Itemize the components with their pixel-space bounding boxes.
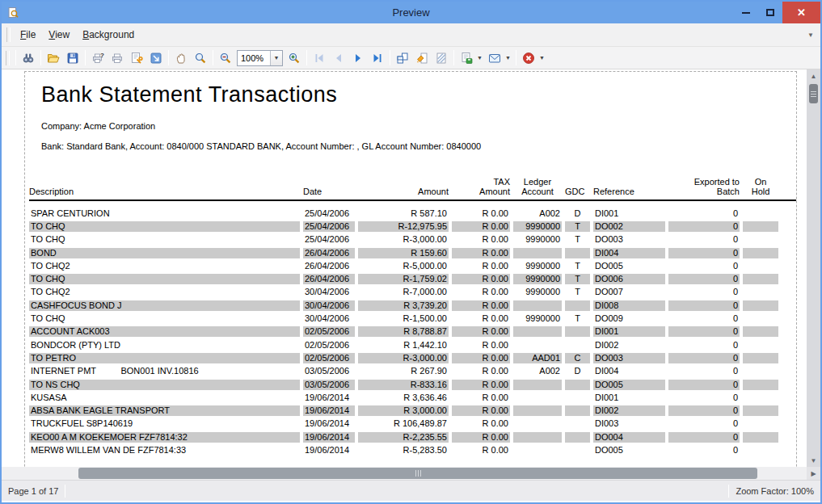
- zoom-in-icon: [288, 52, 301, 65]
- cell-gdc: T: [565, 287, 590, 297]
- find-button[interactable]: [19, 48, 38, 67]
- cell-batch: 0: [668, 248, 740, 258]
- cell-ledger: 9990000: [513, 274, 562, 284]
- titlebar[interactable]: Preview ✕: [2, 2, 820, 23]
- menu-grip[interactable]: [6, 27, 11, 42]
- cell-tax: R 0.00: [452, 274, 510, 284]
- zoom-in-button[interactable]: [285, 48, 304, 67]
- col-on-hold: OnHold: [743, 177, 778, 196]
- scroll-down-icon[interactable]: ▼: [807, 454, 820, 467]
- vertical-scroll-thumb[interactable]: [809, 84, 818, 103]
- multi-page-icon: [396, 52, 409, 65]
- export-icon: [460, 52, 473, 65]
- cell-tax: R 0.00: [452, 353, 510, 363]
- zoom-level-combo[interactable]: ▼: [237, 50, 283, 66]
- cell-amount: R-3,000.00: [358, 234, 449, 245]
- svg-text:?: ?: [100, 52, 104, 59]
- cell-ledger: A002: [513, 208, 562, 219]
- scale-button[interactable]: [146, 48, 166, 67]
- cell-amount: R 159.60: [358, 248, 449, 258]
- menu-view[interactable]: View: [42, 26, 76, 44]
- chevron-down-icon[interactable]: ▼: [477, 55, 483, 61]
- scroll-right-icon[interactable]: ▶: [807, 467, 820, 480]
- cell-ref: DO004: [593, 432, 665, 443]
- cell-desc: ACCOUNT ACK003: [29, 326, 300, 337]
- separator: [168, 50, 169, 65]
- menu-file[interactable]: File: [14, 26, 42, 44]
- hand-button[interactable]: [171, 48, 191, 67]
- cell-ref: DO005: [593, 380, 665, 390]
- horizontal-scroll-thumb[interactable]: [78, 468, 757, 479]
- cell-gdc: [565, 393, 590, 403]
- cell-amount: R 3,636.46: [358, 393, 449, 403]
- zoom-level-input[interactable]: [238, 51, 270, 65]
- cell-tax: R 0.00: [452, 261, 510, 271]
- next-page-icon: [352, 52, 365, 65]
- zoom-tool-button[interactable]: [191, 48, 210, 67]
- table-row: CASHFOCUS BOND J30/04/2006R 3,739.20R 0.…: [29, 299, 796, 312]
- cell-desc: BOND: [29, 248, 300, 258]
- cell-batch: 0: [668, 366, 740, 376]
- cell-amount: R-1,759.02: [358, 274, 449, 284]
- col-date: Date: [303, 187, 355, 196]
- cell-amount: R-7,000.00: [358, 287, 449, 297]
- cell-ledger: 9990000: [513, 287, 562, 297]
- cell-batch: 0: [668, 353, 740, 363]
- prev-page-button[interactable]: [329, 48, 348, 67]
- cell-ledger: AAD01: [513, 353, 562, 363]
- email-button[interactable]: [485, 48, 504, 67]
- cell-amount: R 106,489.87: [358, 418, 449, 429]
- vertical-scrollbar[interactable]: ▲ ▼: [807, 69, 820, 467]
- print-setup-icon: ?: [91, 52, 104, 65]
- chevron-down-icon[interactable]: ▼: [505, 55, 511, 61]
- cell-ledger: 9990000: [513, 221, 562, 232]
- col-ledger-account: LedgerAccount: [513, 177, 562, 196]
- export-button[interactable]: [457, 48, 476, 67]
- separator: [453, 50, 454, 65]
- cell-ref: DI002: [593, 340, 665, 351]
- watermark-icon: [435, 52, 448, 65]
- cell-desc: TO PETRO: [29, 353, 300, 363]
- cell-gdc: [565, 418, 590, 429]
- multi-page-button[interactable]: [393, 48, 412, 67]
- find-icon: [22, 52, 35, 65]
- table-row: TO PETRO02/05/2006R-3,000.00R 0.00AAD01C…: [29, 351, 796, 364]
- cell-hold: [743, 234, 778, 245]
- cell-tax: R 0.00: [452, 432, 510, 443]
- horizontal-scrollbar[interactable]: ▶: [2, 467, 820, 480]
- background-button[interactable]: [412, 48, 432, 67]
- chevron-down-icon[interactable]: ▼: [270, 51, 282, 65]
- scroll-up-icon[interactable]: ▲: [807, 69, 820, 82]
- cell-date: 19/06/2014: [303, 432, 355, 443]
- cell-ledger: 9990000: [513, 261, 562, 271]
- cell-batch: 0: [668, 380, 740, 390]
- chevron-down-icon[interactable]: ▼: [807, 32, 817, 39]
- close-preview-button[interactable]: [519, 48, 538, 67]
- email-icon: [488, 52, 501, 65]
- zoom-out-button[interactable]: [216, 48, 235, 67]
- cell-ledger: [513, 432, 562, 443]
- watermark-button[interactable]: [432, 48, 451, 67]
- col-gdc: GDC: [565, 187, 590, 196]
- last-page-button[interactable]: [368, 48, 387, 67]
- cell-ref: DO006: [593, 274, 665, 284]
- chevron-down-icon[interactable]: ▼: [539, 55, 545, 61]
- print-button[interactable]: [107, 48, 127, 67]
- col-tax-amount: TAXAmount: [452, 177, 510, 196]
- cell-hold: [743, 366, 778, 376]
- cell-hold: [743, 432, 778, 443]
- print-setup-button[interactable]: ?: [88, 48, 107, 67]
- open-button[interactable]: [44, 48, 63, 67]
- next-page-button[interactable]: [348, 48, 368, 67]
- page-options-button[interactable]: [127, 48, 146, 67]
- menu-background[interactable]: Background: [76, 26, 141, 44]
- cell-tax: R 0.00: [452, 366, 510, 376]
- cell-ledger: [513, 418, 562, 429]
- cell-gdc: [565, 445, 590, 456]
- cell-ref: DI002: [593, 405, 665, 416]
- save-button[interactable]: [63, 48, 82, 67]
- cell-tax: R 0.00: [452, 300, 510, 311]
- toolbar-grip[interactable]: [6, 51, 10, 65]
- first-page-button[interactable]: [310, 48, 329, 67]
- cell-amount: R-12,975.95: [358, 221, 449, 232]
